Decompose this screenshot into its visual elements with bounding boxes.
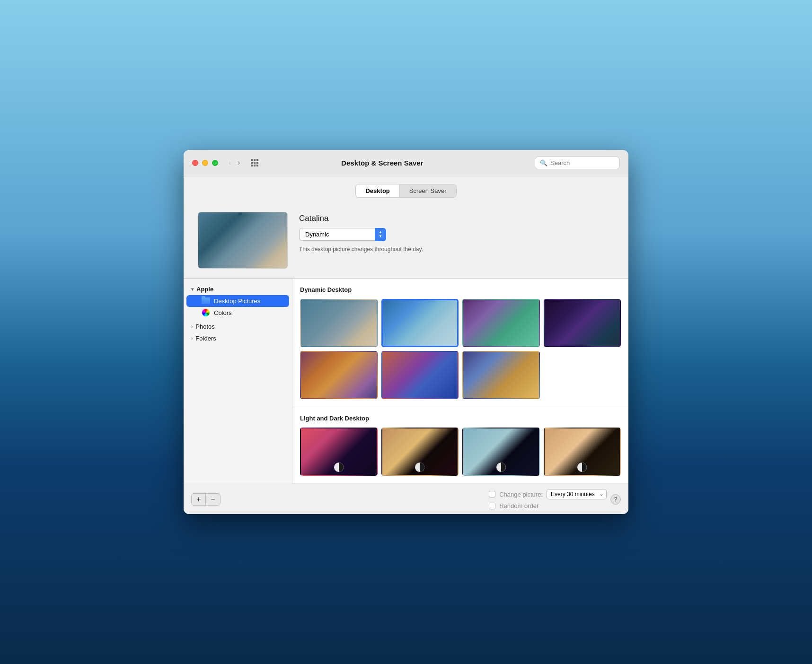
folder-shape xyxy=(202,297,210,304)
gallery-area: Dynamic Desktop Light and Dark Desktop xyxy=(292,279,628,484)
gallery-thumb[interactable] xyxy=(462,351,540,399)
sidebar-item-desktop-pictures-label: Desktop Pictures xyxy=(214,297,260,305)
search-bar: 🔍 xyxy=(535,157,620,169)
tab-screen-saver[interactable]: Screen Saver xyxy=(399,184,457,198)
close-button[interactable] xyxy=(192,160,198,166)
body-section: ▾ Apple Desktop Pictures Colors xyxy=(184,278,628,484)
gallery-grid-light-dark xyxy=(300,428,621,476)
chevron-right-icon: › xyxy=(191,324,193,329)
sidebar-group-apple-label: Apple xyxy=(196,286,213,293)
change-picture-checkbox[interactable] xyxy=(489,491,495,498)
description-text: This desktop picture changes throughout … xyxy=(299,246,423,253)
sidebar-group-folders[interactable]: › Folders xyxy=(184,332,292,344)
gallery-thumb[interactable] xyxy=(300,428,378,476)
change-picture-row: Change picture: Every 30 minutes Every h… xyxy=(489,489,607,499)
gallery-thumb[interactable] xyxy=(381,299,459,347)
help-button[interactable]: ? xyxy=(610,494,621,505)
dropdown-arrows[interactable]: ▲ ▼ xyxy=(375,228,386,241)
sidebar-group-photos[interactable]: › Photos xyxy=(184,321,292,332)
dynamic-dropdown[interactable]: Dynamic Light Dark Auto xyxy=(299,228,375,241)
chevron-down-icon: ▾ xyxy=(191,287,194,292)
sidebar-item-colors-label: Colors xyxy=(214,309,232,316)
back-button[interactable]: ‹ xyxy=(227,158,233,167)
sidebar-group-apple: ▾ Apple Desktop Pictures Colors xyxy=(184,283,292,319)
gallery-thumb[interactable] xyxy=(300,351,378,399)
gallery-section-dynamic: Dynamic Desktop xyxy=(292,279,628,407)
gallery-thumb[interactable] xyxy=(462,299,540,347)
traffic-lights xyxy=(192,160,218,166)
tab-bar: Desktop Screen Saver xyxy=(184,176,628,204)
change-picture-label: Change picture: xyxy=(499,491,543,498)
minimize-button[interactable] xyxy=(202,160,208,166)
add-remove-buttons: + − xyxy=(191,493,221,506)
remove-button[interactable]: − xyxy=(206,494,220,505)
gallery-section-light-dark-title: Light and Dark Desktop xyxy=(300,415,621,422)
sidebar-item-colors[interactable]: Colors xyxy=(186,307,289,319)
main-content: Catalina Dynamic Light Dark Auto ▲ ▼ Thi… xyxy=(184,204,628,515)
bottom-options: Change picture: Every 30 minutes Every h… xyxy=(489,489,607,509)
preview-info: Catalina Dynamic Light Dark Auto ▲ ▼ Thi… xyxy=(299,212,423,253)
random-order-checkbox[interactable] xyxy=(489,503,495,509)
preview-image xyxy=(198,212,288,269)
light-dark-icon xyxy=(334,463,344,472)
dropdown-row: Dynamic Light Dark Auto ▲ ▼ xyxy=(299,228,423,241)
sidebar-group-photos-label: Photos xyxy=(195,323,214,330)
light-dark-icon xyxy=(415,463,424,472)
arrow-down-icon: ▼ xyxy=(379,235,382,238)
search-icon: 🔍 xyxy=(540,159,547,166)
bottom-bar: + − Change picture: Every 30 minutes Eve… xyxy=(184,484,628,514)
wallpaper-name: Catalina xyxy=(299,214,423,223)
preview-section: Catalina Dynamic Light Dark Auto ▲ ▼ Thi… xyxy=(184,204,628,278)
search-input[interactable] xyxy=(550,159,615,166)
gallery-thumb[interactable] xyxy=(381,351,459,399)
gallery-grid-dynamic xyxy=(300,299,621,399)
colors-icon xyxy=(202,309,210,316)
sidebar-section-apple[interactable]: ▾ Apple xyxy=(184,283,292,295)
gallery-thumb[interactable] xyxy=(381,428,459,476)
arrow-up-icon: ▲ xyxy=(379,230,382,234)
light-dark-icon xyxy=(577,463,587,472)
chevron-right-icon: › xyxy=(191,336,193,341)
gallery-thumb[interactable] xyxy=(544,428,621,476)
sidebar-item-desktop-pictures[interactable]: Desktop Pictures xyxy=(186,295,289,307)
gallery-thumb[interactable] xyxy=(462,428,540,476)
tab-desktop[interactable]: Desktop xyxy=(355,184,399,198)
window-title: Desktop & Screen Saver xyxy=(236,159,529,167)
color-wheel xyxy=(202,309,210,316)
gallery-thumb[interactable] xyxy=(544,299,621,347)
title-bar: ‹ › Desktop & Screen Saver 🔍 xyxy=(184,150,628,176)
interval-wrapper: Every 30 minutes Every hour Every day xyxy=(547,489,607,499)
sidebar: ▾ Apple Desktop Pictures Colors xyxy=(184,279,292,484)
gallery-section-light-dark: Light and Dark Desktop xyxy=(292,407,628,484)
random-order-row: Random order xyxy=(489,502,607,509)
sidebar-group-folders-label: Folders xyxy=(195,335,216,342)
main-window: ‹ › Desktop & Screen Saver 🔍 Desktop Scr… xyxy=(184,150,628,515)
maximize-button[interactable] xyxy=(212,160,218,166)
random-order-label: Random order xyxy=(499,502,538,509)
light-dark-icon xyxy=(496,463,506,472)
gallery-thumb[interactable] xyxy=(300,299,378,347)
interval-select[interactable]: Every 30 minutes Every hour Every day xyxy=(547,489,607,499)
add-button[interactable]: + xyxy=(192,494,206,505)
gallery-section-dynamic-title: Dynamic Desktop xyxy=(300,286,621,293)
folder-icon xyxy=(202,297,210,304)
